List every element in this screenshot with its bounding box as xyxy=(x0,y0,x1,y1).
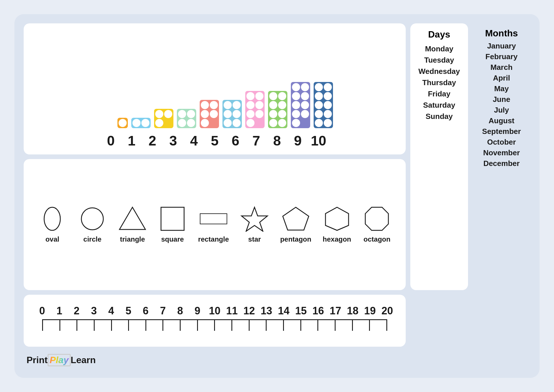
page: 0 1 2 3 4 5 6 7 8 9 10 Days Monday Tuesd… xyxy=(14,14,540,378)
tick-7 xyxy=(162,319,163,331)
month-july: July xyxy=(494,106,509,115)
shape-square: square xyxy=(158,206,187,243)
block-8 xyxy=(268,91,287,128)
block-10 xyxy=(314,82,333,128)
tick-14 xyxy=(283,319,284,331)
tick-3 xyxy=(94,319,95,331)
number-3: 3 xyxy=(164,133,182,149)
hexagon-icon xyxy=(323,206,351,232)
nl-0: 0 xyxy=(35,305,49,317)
rectangle-icon xyxy=(199,206,228,232)
tick-0 xyxy=(42,319,43,331)
block-9 xyxy=(291,82,310,128)
star-icon xyxy=(240,206,269,232)
block-5 xyxy=(200,100,219,128)
oval-icon xyxy=(38,206,67,232)
number-7: 7 xyxy=(248,133,265,149)
months-panel: Months January February March April May … xyxy=(473,23,530,290)
number-5: 5 xyxy=(206,133,223,149)
octagon-label: octagon xyxy=(364,235,390,243)
circle-icon xyxy=(78,206,107,232)
tick-19 xyxy=(369,319,370,331)
numberline-ticks xyxy=(35,319,394,337)
tick-6 xyxy=(145,319,146,331)
tick-8 xyxy=(180,319,181,331)
month-april: April xyxy=(493,74,510,83)
number-1: 1 xyxy=(123,133,140,149)
month-august: August xyxy=(489,116,514,125)
month-december: December xyxy=(483,159,520,168)
months-title: Months xyxy=(485,28,518,39)
days-panel: Days Monday Tuesday Wednesday Thursday F… xyxy=(410,23,468,290)
hexagon-label: hexagon xyxy=(323,235,351,243)
month-september: September xyxy=(482,127,521,136)
block-3 xyxy=(154,109,173,128)
nl-2: 2 xyxy=(70,305,84,317)
tick-5 xyxy=(128,319,129,331)
shape-star: star xyxy=(240,206,269,243)
nl-17: 17 xyxy=(329,305,342,317)
nl-13: 13 xyxy=(259,305,273,317)
month-october: October xyxy=(487,138,516,147)
block-4 xyxy=(177,109,196,128)
svg-point-1 xyxy=(81,208,103,230)
pentagon-icon xyxy=(281,206,310,232)
tick-17 xyxy=(335,319,336,331)
tick-20 xyxy=(386,319,387,331)
tick-2 xyxy=(76,319,77,331)
square-icon xyxy=(158,206,187,232)
numberline-baseline xyxy=(42,319,387,320)
square-label: square xyxy=(161,235,184,243)
number-9: 9 xyxy=(289,133,306,149)
tick-11 xyxy=(231,319,232,331)
number-10: 10 xyxy=(310,133,327,149)
brand-learn: Learn xyxy=(71,355,96,365)
blocks-row xyxy=(97,53,333,128)
svg-marker-2 xyxy=(119,207,145,229)
days-title: Days xyxy=(428,29,450,40)
nl-9: 9 xyxy=(190,305,204,317)
month-january: January xyxy=(487,42,516,51)
star-label: star xyxy=(248,235,261,243)
shape-oval: oval xyxy=(38,206,67,243)
numberline-panel: 0 1 2 3 4 5 6 7 8 9 10 11 12 13 14 15 16… xyxy=(24,295,406,347)
day-thursday: Thursday xyxy=(422,78,456,87)
block-6 xyxy=(222,100,242,128)
month-november: November xyxy=(483,148,520,157)
shape-triangle: triangle xyxy=(118,206,147,243)
oval-label: oval xyxy=(45,235,59,243)
nl-12: 12 xyxy=(242,305,256,317)
shape-circle: circle xyxy=(78,206,107,243)
svg-point-0 xyxy=(44,207,60,230)
svg-marker-6 xyxy=(283,207,309,230)
triangle-icon xyxy=(118,206,147,232)
rectangle-label: rectangle xyxy=(198,235,229,243)
shape-pentagon: pentagon xyxy=(280,206,311,243)
tick-10 xyxy=(214,319,215,331)
shape-hexagon: hexagon xyxy=(323,206,351,243)
nl-5: 5 xyxy=(121,305,135,317)
tick-12 xyxy=(249,319,250,331)
block-2 xyxy=(131,118,151,128)
nl-18: 18 xyxy=(346,305,360,317)
month-february: February xyxy=(485,52,517,61)
block-1 xyxy=(117,118,128,128)
tick-9 xyxy=(197,319,198,331)
tick-container xyxy=(35,319,394,331)
nl-1: 1 xyxy=(53,305,66,317)
number-0: 0 xyxy=(102,133,119,149)
numbers-row: 0 1 2 3 4 5 6 7 8 9 10 xyxy=(102,133,327,149)
nl-15: 15 xyxy=(294,305,308,317)
block-7 xyxy=(245,91,265,128)
tick-16 xyxy=(317,319,318,331)
svg-marker-7 xyxy=(325,207,349,230)
svg-marker-8 xyxy=(365,207,388,230)
triangle-label: triangle xyxy=(120,235,145,243)
shape-octagon: octagon xyxy=(362,206,391,243)
day-monday: Monday xyxy=(425,44,453,53)
nl-4: 4 xyxy=(104,305,118,317)
brand-play: Play xyxy=(48,354,71,366)
tick-18 xyxy=(352,319,353,331)
number-6: 6 xyxy=(227,133,244,149)
day-sunday: Sunday xyxy=(426,112,453,121)
